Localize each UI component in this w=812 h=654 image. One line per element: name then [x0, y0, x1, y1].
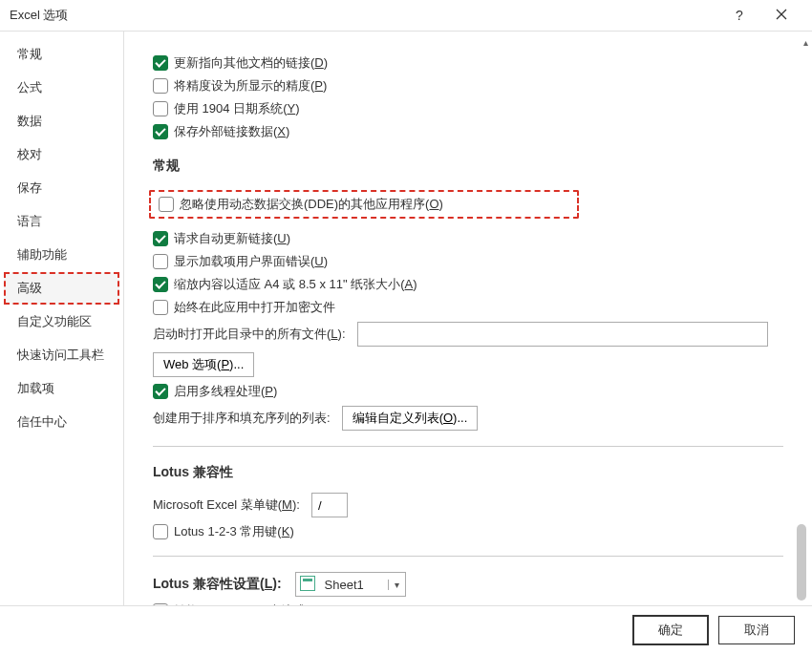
sidebar-item-accessibility[interactable]: 辅助功能: [4, 239, 119, 271]
sidebar-item-trust-center[interactable]: 信任中心: [4, 406, 119, 438]
sidebar-item-formulas[interactable]: 公式: [4, 72, 119, 104]
checkbox-icon[interactable]: [153, 101, 168, 116]
footer: 确定 取消: [0, 605, 812, 653]
sidebar-item-customize-ribbon[interactable]: 自定义功能区: [4, 306, 119, 338]
open-files-input[interactable]: [357, 322, 768, 347]
check-label: 使用 1904 日期系统(Y): [174, 100, 300, 117]
sidebar: 常规 公式 数据 校对 保存 语言 辅助功能 高级 自定义功能区 快速访问工具栏…: [0, 32, 124, 605]
ok-button[interactable]: 确定: [632, 615, 709, 645]
check-label: 始终在此应用中打开加密文件: [174, 299, 335, 316]
open-files-label: 启动时打开此目录中的所有文件(L):: [153, 326, 346, 343]
cancel-button[interactable]: 取消: [718, 616, 795, 644]
checkbox-icon[interactable]: [153, 300, 168, 315]
divider: [153, 556, 783, 557]
check-label: 缩放内容以适应 A4 或 8.5 x 11" 纸张大小(A): [174, 276, 417, 293]
check-convert-lotus-expressions[interactable]: 转换 Lotus 1-2-3 表达式(F): [153, 602, 783, 605]
scrollbar[interactable]: ▴: [797, 60, 806, 595]
check-lotus-keys[interactable]: Lotus 1-2-3 常用键(K): [153, 523, 783, 540]
divider: [153, 446, 783, 447]
checkbox-icon[interactable]: [153, 384, 168, 399]
checkbox-icon[interactable]: [153, 78, 168, 94]
chevron-down-icon: ▾: [388, 580, 405, 590]
sidebar-item-general[interactable]: 常规: [4, 38, 119, 71]
scroll-up-icon[interactable]: ▴: [803, 37, 808, 48]
scroll-thumb[interactable]: [797, 524, 806, 601]
lotus-sheet-combo[interactable]: Sheet1 ▾: [295, 572, 406, 597]
web-options-button[interactable]: Web 选项(P)...: [153, 352, 254, 377]
check-label: 将精度设为所显示的精度(P): [174, 77, 327, 95]
check-label: 启用多线程处理(P): [174, 383, 277, 400]
check-precision-as-displayed[interactable]: 将精度设为所显示的精度(P): [153, 77, 783, 95]
menu-key-label: Microsoft Excel 菜单键(M):: [153, 496, 300, 514]
close-icon: [776, 9, 787, 20]
check-scale-for-paper[interactable]: 缩放内容以适应 A4 或 8.5 x 11" 纸张大小(A): [153, 276, 783, 293]
check-label: 更新指向其他文档的链接(D): [174, 54, 328, 72]
sidebar-item-language[interactable]: 语言: [4, 205, 119, 238]
check-request-auto-update[interactable]: 请求自动更新链接(U): [153, 230, 783, 247]
check-label: 保存外部链接数据(X): [174, 123, 289, 140]
check-label: 转换 Lotus 1-2-3 表达式(F): [174, 602, 322, 605]
row-open-all-files: 启动时打开此目录中的所有文件(L):: [153, 322, 783, 347]
check-open-encrypted[interactable]: 始终在此应用中打开加密文件: [153, 299, 783, 316]
check-label: 忽略使用动态数据交换(DDE)的其他应用程序(O): [180, 196, 443, 213]
menu-key-input[interactable]: [311, 493, 348, 517]
check-ignore-dde[interactable]: 忽略使用动态数据交换(DDE)的其他应用程序(O): [149, 190, 579, 219]
checkbox-icon[interactable]: [153, 254, 168, 269]
row-custom-lists: 创建用于排序和填充序列的列表: 编辑自定义列表(O)...: [153, 406, 783, 431]
scroll-track[interactable]: [799, 60, 806, 595]
section-lotus-compat-title: Lotus 兼容性: [153, 464, 783, 481]
combo-text: Sheet1: [321, 578, 388, 592]
edit-custom-lists-button[interactable]: 编辑自定义列表(O)...: [342, 406, 479, 431]
row-excel-menu-key: Microsoft Excel 菜单键(M):: [153, 493, 783, 517]
section-general-title: 常规: [153, 158, 783, 175]
checkbox-icon[interactable]: [153, 55, 168, 71]
check-show-addin-errors[interactable]: 显示加载项用户界面错误(U): [153, 253, 783, 270]
sidebar-item-data[interactable]: 数据: [4, 105, 119, 137]
sidebar-item-quick-access[interactable]: 快速访问工具栏: [4, 339, 119, 371]
sidebar-item-save[interactable]: 保存: [4, 172, 119, 204]
window-title: Excel 选项: [10, 7, 718, 24]
check-save-external-links[interactable]: 保存外部链接数据(X): [153, 123, 783, 140]
sheet-icon: [300, 576, 317, 593]
main-area: 常规 公式 数据 校对 保存 语言 辅助功能 高级 自定义功能区 快速访问工具栏…: [0, 31, 812, 605]
check-label: 请求自动更新链接(U): [174, 230, 290, 247]
checkbox-icon[interactable]: [153, 603, 168, 605]
checkbox-icon[interactable]: [153, 124, 168, 139]
sidebar-item-proofing[interactable]: 校对: [4, 138, 119, 171]
titlebar: Excel 选项 ?: [0, 0, 812, 31]
sidebar-item-advanced[interactable]: 高级: [4, 272, 119, 305]
check-1904-date-system[interactable]: 使用 1904 日期系统(Y): [153, 100, 783, 117]
custom-lists-label: 创建用于排序和填充序列的列表:: [153, 410, 331, 427]
checkbox-icon[interactable]: [153, 277, 168, 292]
check-update-links[interactable]: 更新指向其他文档的链接(D): [153, 54, 783, 72]
row-lotus-settings-header: Lotus 兼容性设置(L): Sheet1 ▾: [153, 572, 783, 597]
content-panel: 更新指向其他文档的链接(D) 将精度设为所显示的精度(P) 使用 1904 日期…: [124, 32, 812, 605]
check-label: 显示加载项用户界面错误(U): [174, 253, 328, 270]
check-label: Lotus 1-2-3 常用键(K): [174, 523, 294, 540]
sidebar-item-addins[interactable]: 加载项: [4, 372, 119, 405]
checkbox-icon[interactable]: [159, 197, 174, 212]
checkbox-icon[interactable]: [153, 231, 168, 246]
check-multithread[interactable]: 启用多线程处理(P): [153, 383, 783, 400]
row-web-options: Web 选项(P)...: [153, 352, 783, 377]
checkbox-icon[interactable]: [153, 524, 168, 539]
close-button[interactable]: [760, 9, 802, 23]
section-lotus-settings-title: Lotus 兼容性设置(L):: [153, 576, 282, 593]
help-button[interactable]: ?: [718, 8, 760, 23]
